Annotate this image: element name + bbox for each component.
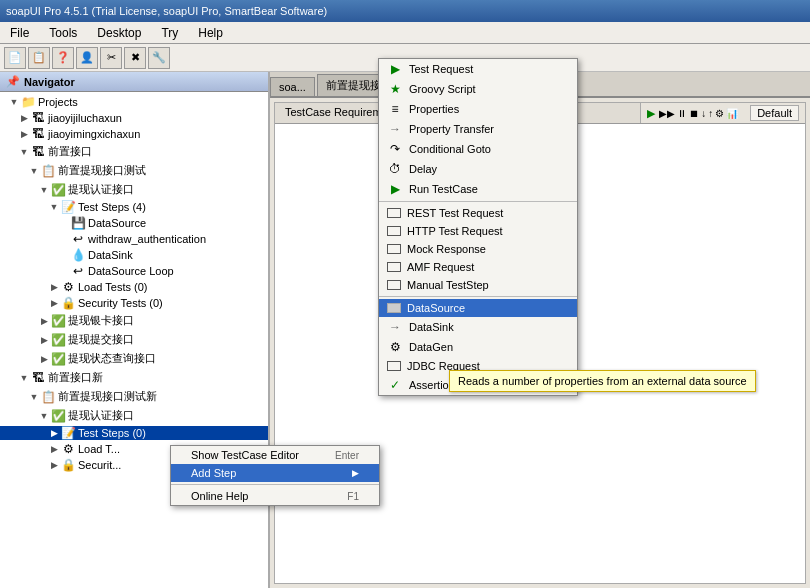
delay-icon: ⏱ — [387, 162, 403, 176]
datasource-icon — [387, 303, 401, 313]
submenu-test-request[interactable]: ▶ Test Request — [379, 59, 577, 79]
jdbc-icon — [387, 361, 401, 371]
mock-response-icon — [387, 244, 401, 254]
add-step-submenu: ▶ Test Request ★ Groovy Script ≡ Propert… — [378, 58, 578, 396]
submenu-conditional-goto[interactable]: ↷ Conditional Goto — [379, 139, 577, 159]
testcase-context-menu: Show TestCase Editor Enter Add Step ▶ On… — [170, 445, 380, 506]
ctx-show-testcase-editor[interactable]: Show TestCase Editor Enter — [171, 446, 379, 464]
datasource-tooltip: Reads a number of properties from an ext… — [449, 370, 756, 392]
run-testcase-icon: ▶ — [387, 182, 403, 196]
submenu-groovy-script[interactable]: ★ Groovy Script — [379, 79, 577, 99]
submenu-manual-teststep[interactable]: Manual TestStep — [379, 276, 577, 294]
manual-teststep-icon — [387, 280, 401, 290]
submenu-datasink[interactable]: → DataSink — [379, 317, 577, 337]
submenu-datagen[interactable]: ⚙ DataGen — [379, 337, 577, 357]
properties-icon: ≡ — [387, 102, 403, 116]
ctx-sep — [171, 484, 379, 485]
datasink-icon: → — [387, 320, 403, 334]
submenu-sep-2 — [379, 296, 577, 297]
submenu-properties[interactable]: ≡ Properties — [379, 99, 577, 119]
http-test-icon — [387, 226, 401, 236]
submenu-delay[interactable]: ⏱ Delay — [379, 159, 577, 179]
submenu-amf-request[interactable]: AMF Request — [379, 258, 577, 276]
submenu-datasource[interactable]: DataSource — [379, 299, 577, 317]
ctx-online-help[interactable]: Online Help F1 — [171, 487, 379, 505]
ctx-add-step-arrow: ▶ — [352, 468, 359, 478]
submenu-mock-response[interactable]: Mock Response — [379, 240, 577, 258]
submenu-rest-test[interactable]: REST Test Request — [379, 204, 577, 222]
submenu-property-transfer[interactable]: → Property Transfer — [379, 119, 577, 139]
ctx-add-step[interactable]: Add Step ▶ — [171, 464, 379, 482]
conditional-goto-icon: ↷ — [387, 142, 403, 156]
submenu-http-test[interactable]: HTTP Test Request — [379, 222, 577, 240]
assertion-icon: ✓ — [387, 378, 403, 392]
datagen-icon: ⚙ — [387, 340, 403, 354]
property-transfer-icon: → — [387, 122, 403, 136]
groovy-icon: ★ — [387, 82, 403, 96]
amf-request-icon — [387, 262, 401, 272]
rest-test-icon — [387, 208, 401, 218]
submenu-sep-1 — [379, 201, 577, 202]
context-menu-overlay: Show TestCase Editor Enter Add Step ▶ On… — [0, 0, 810, 588]
test-request-icon: ▶ — [387, 62, 403, 76]
submenu-run-testcase[interactable]: ▶ Run TestCase — [379, 179, 577, 199]
